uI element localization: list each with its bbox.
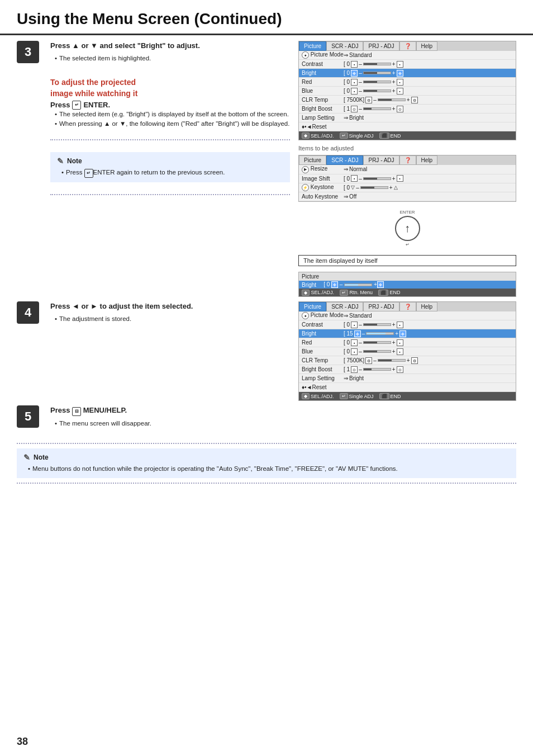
mini-sel-key: ◆ (302, 290, 310, 296)
blue-icon-1: ▪ (351, 88, 358, 94)
contrast-track-3 (363, 323, 391, 326)
menu-footer-1: ◆ SEL./ADJ. ↵ Single ADJ ⬛ END (299, 131, 516, 140)
red-title-line2: image while watching it (50, 88, 290, 100)
note-1-bullet-1: Press ↵ENTER again to return to the prev… (61, 168, 283, 178)
step-4-block: 4 Press ◄ or ► to adjust the item select… (17, 301, 516, 401)
note-icon-1: ✎ (57, 157, 64, 166)
menu-row-reset-1: ♦•◄Reset (299, 122, 516, 131)
picmode-label-1: ● Picture Mode (302, 51, 344, 59)
step3-bullets: The selected item is highlighted. (50, 54, 290, 63)
brightboost-track-3 (363, 368, 391, 371)
bright-value-1: [ 0 ✤ – +✤ (344, 70, 513, 77)
red-subtitle: Press ↵ ENTER. (50, 101, 290, 110)
imgshift-plus: ▪ (397, 175, 403, 182)
tab-picture-2: Picture (299, 155, 326, 165)
blue-label-1: Blue (302, 88, 344, 94)
reset-label-1: ♦•◄Reset (302, 124, 344, 130)
clr-track-3 (378, 359, 406, 362)
menu-footer-3: ◆ SEL./ADJ. ↵ Single ADJ ⬛ END (299, 392, 516, 400)
keystone-icon: ⚡ (302, 184, 309, 191)
single-key-1: ↵ (340, 133, 348, 139)
bright-track-3 (366, 332, 394, 335)
imgshift-icon: ▪ (351, 175, 358, 182)
enter-label-top: ENTER (399, 210, 415, 215)
enter-label-bottom: ↵ (406, 242, 410, 247)
bright-icon-1: ✤ (351, 70, 358, 77)
step3-images: Picture SCR - ADJ PRJ - ADJ ❓ Help ● Pic… (298, 41, 516, 297)
clr-plus-3: ⚙ (411, 357, 418, 364)
imgshift-track (363, 177, 391, 180)
red-icon-3: ▪ (351, 339, 358, 346)
red-icon-1: ▪ (351, 79, 358, 86)
end-key-1: ⬛ (379, 133, 389, 139)
dotted-sep-1 (50, 139, 290, 140)
contrast-label-3: Contrast (302, 322, 344, 328)
tab-help-3: Help (416, 302, 438, 311)
step4-text-col: Press ◄ or ► to adjust the item selected… (50, 301, 290, 324)
clr-track-1 (378, 98, 406, 101)
menu-row-bright-3: Bright [ 15 ✤ – +✤ (299, 329, 516, 338)
bright-value-3: [ 15 ✤ – +✤ (344, 330, 513, 337)
menu-row-brightboost-1: Bright Boost [ 1 ⊙– +⊙ (299, 105, 516, 114)
mini-tab-picture: Picture (302, 273, 319, 280)
clr-value-3: [ 7500K]⚙– +⚙ (344, 357, 513, 364)
mini-bright-track (344, 284, 372, 286)
brightboost-label-3: Bright Boost (302, 366, 344, 372)
mini-bright-icon: ✤ (331, 281, 338, 288)
mini-bright-plus: ✤ (377, 281, 384, 288)
enter-label: ENTER. (83, 101, 110, 109)
red-label-1: Red (302, 79, 344, 85)
clr-label-1: CLR Temp (302, 97, 344, 103)
tab-prj-adj-1: PRJ - ADJ (363, 41, 399, 51)
step5-bullets: The menu screen will disappear. (50, 419, 516, 428)
red-bullet-1: The selected item (e.g. "Bright") is dis… (55, 110, 290, 119)
contrast-icon-1: ▪ (351, 61, 358, 68)
menu-tabs-2: Picture SCR - ADJ PRJ - ADJ ❓ Help (299, 155, 516, 165)
brightboost-label-1: Bright Boost (302, 106, 344, 112)
footer-end-3: ⬛ END (379, 393, 401, 399)
mini-footer-end: ⬛ END (378, 290, 401, 295)
red-plus-1: ▪ (397, 79, 403, 86)
menu-screen-2: Picture SCR - ADJ PRJ - ADJ ❓ Help ▶ Res… (298, 155, 516, 202)
mini-footer: ◆ SEL./ADJ. ↵ Rtn. Menu ⬛ END (299, 289, 516, 296)
red-bullet-2: When pressing ▲ or ▼, the following item… (55, 119, 290, 129)
red-section: To adjust the projected image while watc… (50, 77, 290, 129)
footer-sel-3: ◆ SEL./ADJ. (302, 393, 334, 399)
red-value-1: [ 0 ▪ – +▪ (344, 79, 513, 86)
step-3-block: 3 Press ▲ or ▼ and select "Bright" to ad… (17, 41, 516, 297)
menu-row-clr-3: CLR Temp [ 7500K]⚙– +⚙ (299, 356, 516, 365)
main-content: 3 Press ▲ or ▼ and select "Bright" to ad… (0, 35, 533, 499)
resize-icon: ▶ (302, 166, 309, 173)
step-3-badge: 3 (17, 41, 39, 63)
keystone-label: ⚡ Keystone (302, 184, 344, 192)
brightboost-icon-1: ⊙ (351, 106, 358, 112)
resize-label: ▶ Resize (302, 166, 344, 173)
note-1-title: Note (67, 157, 82, 165)
note-box-1: ✎ Note Press ↵ENTER again to return to t… (50, 152, 290, 182)
picmode-value-3: ⇒ Standard (344, 313, 513, 319)
sel-key-3: ◆ (302, 393, 310, 399)
step3-bullet-1: The selected item is highlighted. (55, 54, 290, 63)
step3-instruction: Press ▲ or ▼ and select "Bright" to adju… (50, 41, 290, 51)
page-title: Using the Menu Screen (Continued) (17, 10, 516, 28)
enter-circle: ↑ (395, 216, 420, 241)
blue-label-3: Blue (302, 348, 344, 355)
mini-bright-value: [ 0 ✤ – +✤ (323, 281, 384, 288)
picmode-value-1: ⇒ Standard (344, 52, 513, 58)
tab-scr-adj-3: SCR - ADJ (326, 302, 363, 311)
menu-row-blue-3: Blue [ 0 ▪ – +▪ (299, 347, 516, 356)
menu-row-keystone: ⚡ Keystone [ 0 ▽ – +△ (299, 183, 516, 193)
sel-key-1: ◆ (302, 133, 310, 139)
bright-label-3: Bright (302, 330, 344, 337)
menu-row-contrast-1: Contrast [ 0 ▪ – +▪ (299, 60, 516, 69)
imgshift-label: Image Shift (302, 176, 344, 182)
page-title-area: Using the Menu Screen (Continued) (0, 0, 533, 35)
note-icon-2: ✎ (23, 453, 30, 462)
clr-icon-3: ⚙ (365, 357, 372, 364)
brightboost-icon-3: ⊙ (351, 366, 358, 373)
contrast-plus-3: ▪ (397, 322, 403, 328)
picmode-label-3: ● Picture Mode (302, 312, 344, 319)
red-track-1 (363, 81, 391, 83)
contrast-value-3: [ 0 ▪ – +▪ (344, 322, 513, 328)
menu-row-contrast-3: Contrast [ 0 ▪ – +▪ (299, 320, 516, 329)
